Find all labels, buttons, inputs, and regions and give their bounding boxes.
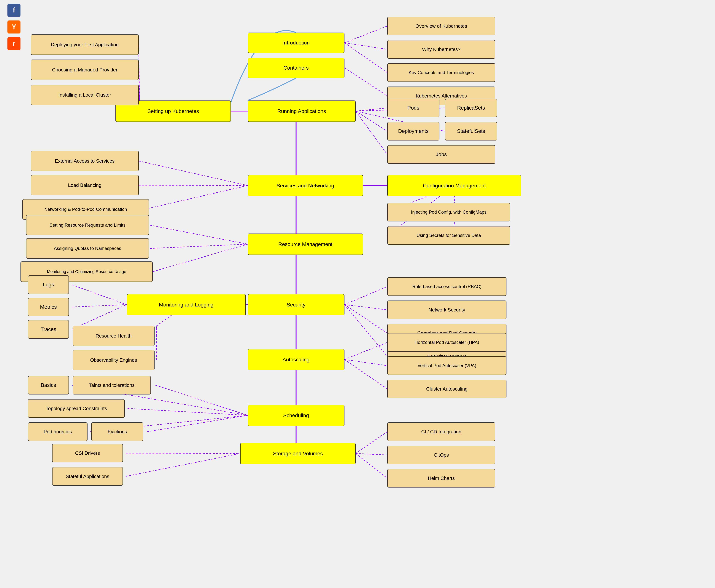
setting-resource-node[interactable]: Setting Resource Requests and Limits bbox=[26, 215, 149, 235]
svg-line-2 bbox=[345, 26, 387, 43]
social-icons-container: f Y r bbox=[7, 0, 20, 50]
injecting-pod-node[interactable]: Injecting Pod Config. with ConfigMaps bbox=[387, 203, 510, 222]
svg-line-16 bbox=[139, 161, 248, 186]
storage-volumes-node[interactable]: Storage and Volumes bbox=[240, 443, 356, 464]
hackernews-icon[interactable]: Y bbox=[7, 20, 20, 34]
jobs-node[interactable]: Jobs bbox=[387, 145, 495, 164]
topology-spread-node[interactable]: Topology spread Constraints bbox=[28, 399, 125, 418]
metrics-node[interactable]: Metrics bbox=[28, 298, 69, 316]
resource-health-node[interactable]: Resource Health bbox=[73, 326, 155, 346]
statefulsets-node[interactable]: StatefulSets bbox=[445, 122, 497, 141]
svg-line-30 bbox=[72, 304, 127, 307]
vpa-node[interactable]: Vertical Pod Autoscaler (VPA) bbox=[387, 356, 507, 375]
svg-line-6 bbox=[356, 108, 387, 111]
overview-k8s-node[interactable]: Overview of Kubernetes bbox=[387, 17, 495, 35]
installing-local-node[interactable]: Installing a Local Cluster bbox=[31, 85, 139, 105]
svg-line-37 bbox=[345, 304, 387, 333]
scheduling-node[interactable]: Scheduling bbox=[248, 405, 345, 426]
using-secrets-node[interactable]: Using Secrets for Sensitive Data bbox=[387, 226, 510, 245]
svg-line-41 bbox=[345, 359, 387, 366]
containers-node[interactable]: Containers bbox=[248, 58, 345, 78]
hpa-node[interactable]: Horizontal Pod Autoscaler (HPA) bbox=[387, 333, 507, 352]
svg-line-35 bbox=[345, 287, 387, 304]
evictions-node[interactable]: Evictions bbox=[91, 422, 143, 441]
deploying-first-node[interactable]: Deploying your First Application bbox=[31, 35, 139, 55]
config-mgmt-node[interactable]: Configuration Management bbox=[387, 175, 522, 196]
taints-node[interactable]: Taints and tolerations bbox=[73, 376, 151, 395]
pod-priorities-node[interactable]: Pod priorities bbox=[28, 422, 87, 441]
resource-mgmt-node[interactable]: Resource Management bbox=[248, 233, 363, 255]
svg-line-5 bbox=[345, 68, 387, 96]
svg-line-45 bbox=[156, 385, 248, 415]
ci-cd-node[interactable]: CI / CD Integration bbox=[387, 422, 495, 441]
security-node[interactable]: Security bbox=[248, 294, 345, 315]
svg-line-54 bbox=[356, 454, 387, 478]
choosing-managed-node[interactable]: Choosing a Managed Provider bbox=[31, 60, 139, 80]
svg-line-29 bbox=[72, 285, 127, 304]
csi-drivers-node[interactable]: CSI Drivers bbox=[52, 444, 123, 462]
why-k8s-node[interactable]: Why Kubernetes? bbox=[387, 40, 495, 59]
deployments-node[interactable]: Deployments bbox=[387, 122, 440, 141]
svg-line-46 bbox=[127, 408, 248, 415]
svg-line-24 bbox=[150, 225, 248, 244]
svg-line-40 bbox=[345, 342, 387, 359]
svg-line-51 bbox=[126, 454, 240, 476]
logs-node[interactable]: Logs bbox=[28, 275, 69, 294]
external-access-node[interactable]: External Access to Services bbox=[31, 151, 139, 171]
svg-line-48 bbox=[147, 415, 248, 432]
svg-line-53 bbox=[356, 454, 387, 455]
traces-node[interactable]: Traces bbox=[28, 320, 69, 339]
cluster-autoscaling-node[interactable]: Cluster Autoscaling bbox=[387, 380, 507, 398]
svg-line-50 bbox=[126, 453, 240, 454]
svg-line-17 bbox=[139, 185, 248, 186]
assigning-quotas-node[interactable]: Assigning Quotas to Namespaces bbox=[26, 238, 149, 259]
svg-line-42 bbox=[345, 359, 387, 389]
svg-line-52 bbox=[356, 432, 387, 454]
load-balancing-node[interactable]: Load Balancing bbox=[31, 175, 139, 195]
running-apps-node[interactable]: Running Applications bbox=[248, 101, 356, 122]
svg-line-10 bbox=[356, 111, 387, 154]
svg-line-26 bbox=[153, 244, 248, 272]
rbac-node[interactable]: Role-based access control (RBAC) bbox=[387, 277, 507, 296]
autoscaling-node[interactable]: Autoscaling bbox=[248, 349, 345, 370]
introduction-node[interactable]: Introduction bbox=[248, 33, 345, 53]
stateful-apps-node[interactable]: Stateful Applications bbox=[52, 467, 123, 486]
pods-node[interactable]: Pods bbox=[387, 99, 440, 117]
svg-line-4 bbox=[345, 43, 387, 72]
svg-line-18 bbox=[144, 186, 248, 209]
svg-line-25 bbox=[150, 244, 248, 248]
helm-charts-node[interactable]: Helm Charts bbox=[387, 469, 495, 487]
monitoring-logging-node[interactable]: Monitoring and Logging bbox=[127, 294, 246, 315]
basics-node[interactable]: Basics bbox=[28, 376, 69, 395]
svg-line-3 bbox=[345, 43, 387, 49]
svg-line-38 bbox=[345, 304, 387, 356]
key-concepts-node[interactable]: Key Concepts and Terminologies bbox=[387, 63, 495, 82]
replicasets-node[interactable]: ReplicaSets bbox=[445, 99, 497, 117]
gitops-node[interactable]: GitOps bbox=[387, 446, 495, 464]
facebook-icon[interactable]: f bbox=[7, 4, 20, 17]
svg-line-36 bbox=[345, 304, 387, 310]
reddit-icon[interactable]: r bbox=[7, 37, 20, 50]
services-networking-node[interactable]: Services and Networking bbox=[248, 175, 363, 196]
network-security-node[interactable]: Network Security bbox=[387, 300, 507, 319]
svg-line-8 bbox=[356, 111, 387, 131]
observability-engines-node[interactable]: Observability Engines bbox=[73, 350, 155, 370]
